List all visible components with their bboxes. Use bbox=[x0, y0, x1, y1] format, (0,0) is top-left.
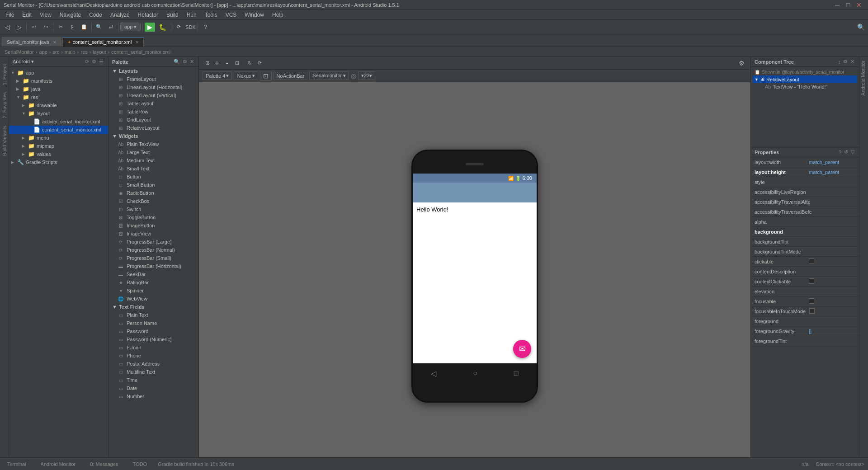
palette-item-plain-text[interactable]: ▭ Plain Text bbox=[108, 311, 198, 319]
tree-item-manifests[interactable]: ▶ 📁 manifests bbox=[9, 77, 108, 85]
nav-back-btn[interactable]: ◁ bbox=[431, 369, 436, 378]
zoom-fit-btn[interactable]: ⊞ bbox=[203, 59, 212, 68]
prop-value[interactable] bbox=[807, 278, 857, 285]
palette-item-seekbar[interactable]: ▬ SeekBar bbox=[108, 270, 198, 278]
palette-item-password[interactable]: ▭ Password bbox=[108, 327, 198, 335]
toolbar-redo[interactable]: ↪ bbox=[40, 22, 51, 33]
menu-navigate[interactable]: Navigate bbox=[56, 11, 85, 19]
bottom-tab-messages[interactable]: 0: Messages bbox=[86, 460, 122, 469]
toolbar-forward[interactable]: ▷ bbox=[14, 22, 24, 33]
tree-item-res[interactable]: ▼ 📁 res bbox=[9, 93, 108, 101]
palette-item-large-text[interactable]: Ab Large Text bbox=[108, 148, 198, 156]
prop-value[interactable]: match_parent bbox=[807, 169, 857, 175]
menu-view[interactable]: View bbox=[36, 11, 55, 19]
toolbar-sdk[interactable]: SDK bbox=[185, 22, 196, 33]
toolbar-debug[interactable]: 🐛 bbox=[156, 23, 169, 32]
ct-item-textview[interactable]: ▶ Ab TextView - "Hello World!" bbox=[753, 83, 857, 90]
tree-item-content-xml[interactable]: 📄 content_serial_monitor.xml bbox=[9, 126, 108, 134]
ct-item-relativelayout[interactable]: ▼ ⊞ RelativeLayout bbox=[753, 75, 857, 83]
breadcrumb-layout[interactable]: layout bbox=[93, 49, 106, 55]
palette-item-checkbox[interactable]: ☑ CheckBox bbox=[108, 197, 198, 205]
menu-tools[interactable]: Tools bbox=[201, 11, 221, 19]
nexus-selector[interactable]: Nexus ▾ bbox=[234, 71, 258, 80]
left-tab-favorites[interactable]: 2: Favorites bbox=[1, 89, 8, 122]
serialmonitor-btn[interactable]: Serialmonitor ▾ bbox=[309, 71, 349, 80]
zoom-out-btn[interactable]: - bbox=[222, 59, 231, 68]
focusable-checkbox[interactable] bbox=[809, 298, 814, 304]
prop-value[interactable] bbox=[807, 308, 857, 315]
palette-item-linearlayout-v[interactable]: ⊞ LinearLayout (Vertical) bbox=[108, 91, 198, 99]
context-clickable-checkbox[interactable] bbox=[809, 278, 814, 284]
palette-item-time[interactable]: ▭ Time bbox=[108, 376, 198, 384]
toolbar-copy[interactable]: ⎘ bbox=[67, 22, 78, 33]
menu-code[interactable]: Code bbox=[85, 11, 106, 19]
tree-item-mipmap[interactable]: ▶ 📁 mipmap bbox=[9, 142, 108, 150]
zoom-actual-btn[interactable]: ⊡ bbox=[232, 59, 241, 68]
palette-item-medium-text[interactable]: Ab Medium Text bbox=[108, 156, 198, 164]
palette-item-password-numeric[interactable]: ▭ Password (Numeric) bbox=[108, 335, 198, 343]
palette-item-ratingbar[interactable]: ★ RatingBar bbox=[108, 278, 198, 287]
tree-item-layout[interactable]: ▼ 📁 layout bbox=[9, 109, 108, 118]
noactionbar-btn[interactable]: NoActionBar bbox=[274, 72, 308, 80]
project-sync-btn[interactable]: ⟳ bbox=[84, 59, 90, 65]
focusable-touch-checkbox[interactable] bbox=[809, 308, 815, 314]
toolbar-help[interactable]: ? bbox=[200, 22, 211, 33]
tree-item-values[interactable]: ▶ 📁 values bbox=[9, 150, 108, 158]
refresh-btn[interactable]: ⟳ bbox=[255, 59, 264, 68]
menu-window[interactable]: Window bbox=[241, 11, 268, 19]
toolbar-undo[interactable]: ↩ bbox=[28, 22, 39, 33]
ct-options-btn[interactable]: ⚙ bbox=[842, 59, 849, 65]
toolbar-app-dropdown[interactable]: app ▾ bbox=[120, 23, 141, 31]
menu-analyze[interactable]: Analyze bbox=[107, 11, 133, 19]
palette-item-radiobutton[interactable]: ◉ RadioButton bbox=[108, 189, 198, 197]
palette-item-progressbar-small[interactable]: ⟳ ProgressBar (Small) bbox=[108, 254, 198, 262]
right-tab-android-monitor[interactable]: Android Monitor bbox=[859, 57, 867, 99]
palette-section-header-widgets[interactable]: ▼ Widgets bbox=[108, 132, 198, 140]
toolbar-search[interactable]: 🔍 bbox=[855, 22, 866, 33]
tree-item-gradle-scripts[interactable]: ▶ 🔧 Gradle Scripts bbox=[9, 158, 108, 166]
menu-refactor[interactable]: Refactor bbox=[134, 11, 162, 19]
tab-content-serial-monitor-xml[interactable]: ✦ content_serial_monitor.xml ✕ bbox=[62, 37, 144, 47]
bottom-tab-android-monitor[interactable]: Android Monitor bbox=[37, 460, 80, 469]
palette-item-multiline-text[interactable]: ▭ Multiline Text bbox=[108, 368, 198, 376]
prop-value[interactable] bbox=[807, 298, 857, 305]
palette-section-header-layouts[interactable]: ▼ Layouts bbox=[108, 67, 198, 75]
menu-file[interactable]: File bbox=[2, 11, 18, 19]
menu-build[interactable]: Build bbox=[163, 11, 182, 19]
bottom-tab-todo[interactable]: TODO bbox=[129, 460, 151, 469]
props-filter-btn[interactable]: ▽ bbox=[850, 149, 855, 155]
close-tab-icon[interactable]: ✕ bbox=[53, 40, 57, 45]
palette-item-number[interactable]: ▭ Number bbox=[108, 392, 198, 400]
ct-close-btn[interactable]: ✕ bbox=[849, 59, 855, 65]
props-refresh-btn[interactable]: ↺ bbox=[843, 149, 849, 155]
tree-item-app[interactable]: ▼ 📁 app bbox=[9, 69, 108, 77]
nav-home-btn[interactable]: ○ bbox=[473, 369, 477, 377]
design-settings-btn[interactable]: ⚙ bbox=[736, 58, 747, 69]
nav-recents-btn[interactable]: □ bbox=[514, 369, 519, 377]
palette-item-postal-address[interactable]: ▭ Postal Address bbox=[108, 360, 198, 368]
palette-item-small-text[interactable]: Ab Small Text bbox=[108, 164, 198, 173]
project-dropdown[interactable]: Android ▾ bbox=[13, 59, 34, 65]
menu-run[interactable]: Run bbox=[183, 11, 200, 19]
palette-options-btn[interactable]: ⚙ bbox=[182, 59, 188, 65]
tree-item-java[interactable]: ▶ 📁 java bbox=[9, 85, 108, 93]
rotate-btn[interactable]: ↻ bbox=[245, 59, 254, 68]
prop-value[interactable]: match_parent bbox=[807, 160, 857, 165]
palette-close-btn[interactable]: ✕ bbox=[189, 59, 195, 65]
maximize-button[interactable]: □ bbox=[843, 0, 854, 10]
toolbar-back[interactable]: ◁ bbox=[2, 22, 13, 33]
palette-search-btn[interactable]: 🔍 bbox=[173, 59, 181, 65]
palette-item-phone[interactable]: ▭ Phone bbox=[108, 352, 198, 360]
ct-sort-btn[interactable]: ↕ bbox=[837, 59, 842, 65]
toolbar-cut[interactable]: ✂ bbox=[55, 22, 66, 33]
toolbar-run[interactable]: ▶ bbox=[145, 23, 155, 32]
project-settings-btn[interactable]: ⚙ bbox=[91, 59, 97, 65]
palette-item-spinner[interactable]: ▾ Spinner bbox=[108, 287, 198, 295]
minimize-button[interactable]: ─ bbox=[832, 0, 843, 10]
prop-value[interactable] bbox=[807, 258, 857, 265]
prop-value[interactable]: [] bbox=[807, 329, 857, 334]
portrait-btn[interactable]: ⊡ bbox=[260, 71, 272, 81]
clickable-checkbox[interactable] bbox=[809, 258, 814, 264]
palette-item-imagebutton[interactable]: 🖼 ImageButton bbox=[108, 221, 198, 230]
tree-item-menu[interactable]: ▶ 📁 menu bbox=[9, 134, 108, 142]
